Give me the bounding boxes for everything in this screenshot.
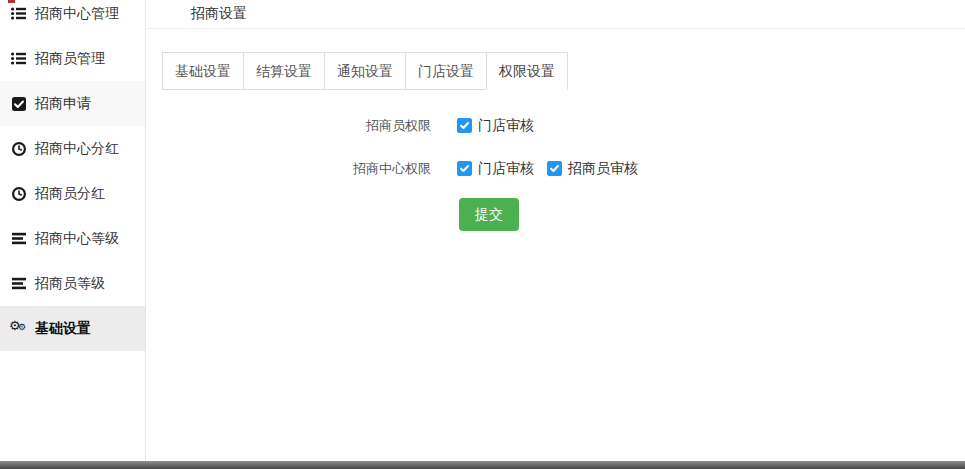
sidebar-item-basic-settings[interactable]: ⚙⚙ 基础设置 (0, 306, 145, 351)
sidebar-item-label: 招商中心管理 (35, 5, 119, 23)
tab-label: 基础设置 (175, 63, 231, 79)
checkbox-item: 门店审核 (457, 160, 534, 178)
tab-notification-settings[interactable]: 通知设置 (324, 52, 406, 90)
checkbox-label[interactable]: 门店审核 (478, 117, 534, 135)
checkbox-label[interactable]: 招商员审核 (568, 160, 638, 178)
checkbox-store-audit-2[interactable] (457, 161, 472, 176)
sidebar-item-merchant-staff-dividend[interactable]: 招商员分红 (0, 171, 145, 216)
tab-label: 门店设置 (418, 63, 474, 79)
clock-icon (10, 141, 27, 156)
bars-icon (10, 276, 27, 291)
check-square-icon (10, 96, 27, 111)
tab-store-settings[interactable]: 门店设置 (405, 52, 487, 90)
sidebar-item-label: 招商中心等级 (35, 230, 119, 248)
clock-icon (10, 186, 27, 201)
sidebar-item-merchant-center-level[interactable]: 招商中心等级 (0, 216, 145, 261)
sidebar-item-label: 招商员分红 (35, 185, 105, 203)
tab-label: 结算设置 (256, 63, 312, 79)
sidebar-menu: 招商中心管理 招商员管理 招商申请 招商中心分红 (0, 0, 145, 351)
form-row-staff-permission: 招商员权限 门店审核 (147, 104, 965, 147)
checkbox-store-audit[interactable] (457, 118, 472, 133)
bottom-edge-bar (0, 461, 965, 469)
tab-settlement-settings[interactable]: 结算设置 (243, 52, 325, 90)
list-icon (10, 51, 27, 66)
checkbox-staff-audit[interactable] (547, 161, 562, 176)
checkbox-group: 门店审核 (457, 117, 547, 135)
sidebar-item-merchant-center-dividend[interactable]: 招商中心分红 (0, 126, 145, 171)
page-title: 招商设置 (191, 5, 247, 23)
tab-basic-settings[interactable]: 基础设置 (162, 52, 244, 90)
main-content: 招商设置 基础设置 结算设置 通知设置 门店设置 权限设置 招商员权限 门店审核 (147, 0, 965, 461)
cogs-icon: ⚙⚙ (10, 321, 27, 336)
sidebar-item-merchant-staff-level[interactable]: 招商员等级 (0, 261, 145, 306)
form-label: 招商员权限 (147, 117, 431, 135)
bars-icon (10, 231, 27, 246)
cropped-artifact (8, 0, 15, 3)
submit-button[interactable]: 提交 (459, 198, 519, 231)
sidebar-item-merchant-application[interactable]: 招商申请 (0, 81, 145, 126)
tab-label: 通知设置 (337, 63, 393, 79)
page-header: 招商设置 (147, 0, 965, 29)
sidebar-item-label: 招商员等级 (35, 275, 105, 293)
admin-app: 招商中心管理 招商员管理 招商申请 招商中心分红 (0, 0, 965, 469)
sidebar-item-merchant-staff-management[interactable]: 招商员管理 (0, 36, 145, 81)
sidebar: 招商中心管理 招商员管理 招商申请 招商中心分红 (0, 0, 146, 461)
form-row-center-permission: 招商中心权限 门店审核 招商员审核 (147, 147, 965, 190)
sidebar-item-label: 招商申请 (35, 95, 91, 113)
sidebar-item-label: 招商员管理 (35, 50, 105, 68)
settings-tabs: 基础设置 结算设置 通知设置 门店设置 权限设置 (162, 52, 965, 90)
checkbox-label[interactable]: 门店审核 (478, 160, 534, 178)
tab-label: 权限设置 (499, 63, 555, 79)
permission-form: 招商员权限 门店审核 招商中心权限 (147, 104, 965, 231)
checkbox-item: 招商员审核 (547, 160, 638, 178)
sidebar-item-label: 基础设置 (35, 320, 91, 338)
checkbox-group: 门店审核 招商员审核 (457, 160, 651, 178)
form-label: 招商中心权限 (147, 160, 431, 178)
sidebar-item-label: 招商中心分红 (35, 140, 119, 158)
list-icon (10, 6, 27, 21)
sidebar-item-merchant-center-management[interactable]: 招商中心管理 (0, 0, 145, 36)
tab-permission-settings[interactable]: 权限设置 (486, 52, 568, 90)
checkbox-item: 门店审核 (457, 117, 534, 135)
